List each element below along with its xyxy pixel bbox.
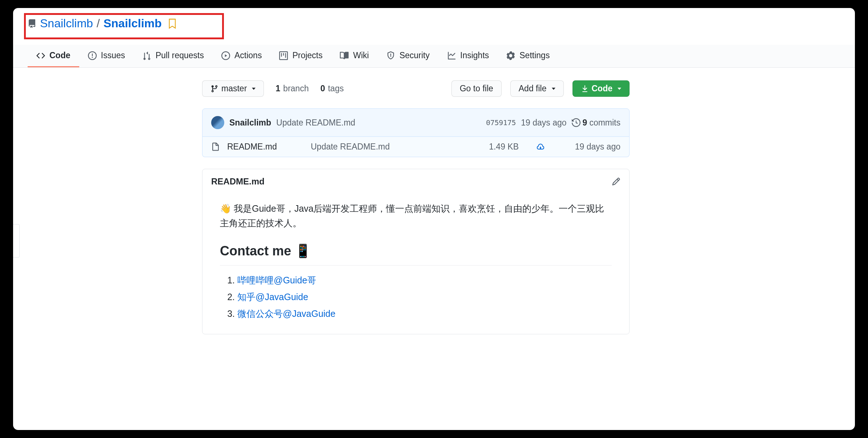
tag-count[interactable]: 0 tags [317,84,343,93]
tab-label: Code [49,51,71,60]
branch-count[interactable]: 1 branch [273,84,309,93]
readme-body: 👋 我是Guide哥，Java后端开发工程师，懂一点前端知识，喜欢烹饪，自由的少… [202,194,629,334]
tab-label: Actions [234,51,262,60]
repo-owner-link[interactable]: Snailclimb [40,17,93,30]
commit-sha[interactable]: 0759175 [486,118,516,127]
go-to-file-button[interactable]: Go to file [451,80,502,97]
commit-time: 19 days ago [521,118,566,128]
caret-down-icon [552,88,555,90]
readme-contact-list: 哔哩哔哩@Guide哥 知乎@JavaGuide 微信公众号@JavaGuide [237,273,612,321]
readme-intro: 👋 我是Guide哥，Java后端开发工程师，懂一点前端知识，喜欢烹饪，自由的少… [220,201,612,230]
avatar[interactable] [211,116,224,129]
branch-select-button[interactable]: master [202,80,264,97]
shield-icon [386,51,395,60]
repo-icon [28,19,36,28]
list-item: 知乎@JavaGuide [237,290,612,304]
tab-security[interactable]: Security [378,45,438,67]
file-size: 1.49 KB [489,142,519,152]
code-download-button[interactable]: Code [572,80,630,97]
file-list: README.md Update README.md 1.49 KB 19 da… [202,137,630,157]
tab-code[interactable]: Code [28,45,79,67]
repo-name-link[interactable]: Snailclimb [104,17,162,30]
tab-label: Security [399,51,430,60]
caret-down-icon [618,88,621,90]
tab-label: Settings [519,51,550,60]
contact-link[interactable]: 哔哩哔哩@Guide哥 [237,275,316,285]
tab-label: Issues [101,51,125,60]
tab-label: Pull requests [156,51,204,60]
tab-issues[interactable]: Issues [79,45,134,67]
contact-link[interactable]: 微信公众号@JavaGuide [237,308,335,319]
list-item: 哔哩哔哩@Guide哥 [237,273,612,287]
tab-pull-requests[interactable]: Pull requests [134,45,213,67]
book-icon [340,51,349,60]
file-time: 19 days ago [562,142,620,152]
file-row[interactable]: README.md Update README.md 1.49 KB 19 da… [202,137,629,157]
download-icon [581,85,589,93]
tab-projects[interactable]: Projects [270,45,331,67]
branch-icon [210,85,218,93]
add-file-button[interactable]: Add file [510,80,564,97]
tab-actions[interactable]: Actions [213,45,270,67]
file-name[interactable]: README.md [227,142,304,152]
contact-link[interactable]: 知乎@JavaGuide [237,292,308,302]
download-cloud-icon[interactable] [536,143,545,151]
main-content: master 1 branch 0 tags Go to file Add fi… [193,68,638,334]
readme-contact-heading: Contact me 📱 [220,240,612,266]
graph-icon [447,51,456,60]
readme-filename: README.md [211,176,265,187]
project-icon [279,51,288,60]
repo-header: Snailclimb / Snailclimb [13,8,855,37]
readme-panel: README.md 👋 我是Guide哥，Java后端开发工程师，懂一点前端知识… [202,169,630,334]
list-item: 微信公众号@JavaGuide [237,306,612,321]
bookmark-icon[interactable] [168,19,176,29]
pencil-icon[interactable] [612,177,620,186]
commit-author[interactable]: Snailclimb [229,118,271,128]
repo-tabs: Code Issues Pull requests Actions Projec… [13,45,855,68]
repo-toolbar: master 1 branch 0 tags Go to file Add fi… [202,80,630,97]
tab-insights[interactable]: Insights [438,45,498,67]
readme-header: README.md [202,169,629,194]
commits-link[interactable]: 9 commits [572,118,620,128]
history-icon [572,118,580,127]
file-commit-message[interactable]: Update README.md [311,142,482,152]
pr-icon [142,51,151,60]
tab-wiki[interactable]: Wiki [331,45,377,67]
tab-settings[interactable]: Settings [498,45,558,67]
code-icon [36,51,45,60]
tab-label: Insights [460,51,489,60]
branch-name: master [221,84,247,93]
tab-label: Wiki [353,51,369,60]
side-drag-handle[interactable] [13,224,20,258]
repo-separator: / [97,17,100,30]
gear-icon [506,51,515,60]
play-icon [221,51,230,60]
file-icon [211,143,220,151]
issue-icon [88,51,97,60]
caret-down-icon [252,88,256,90]
latest-commit-bar: Snailclimb Update README.md 0759175 19 d… [202,108,630,137]
tab-label: Projects [292,51,322,60]
commit-message[interactable]: Update README.md [276,118,355,128]
